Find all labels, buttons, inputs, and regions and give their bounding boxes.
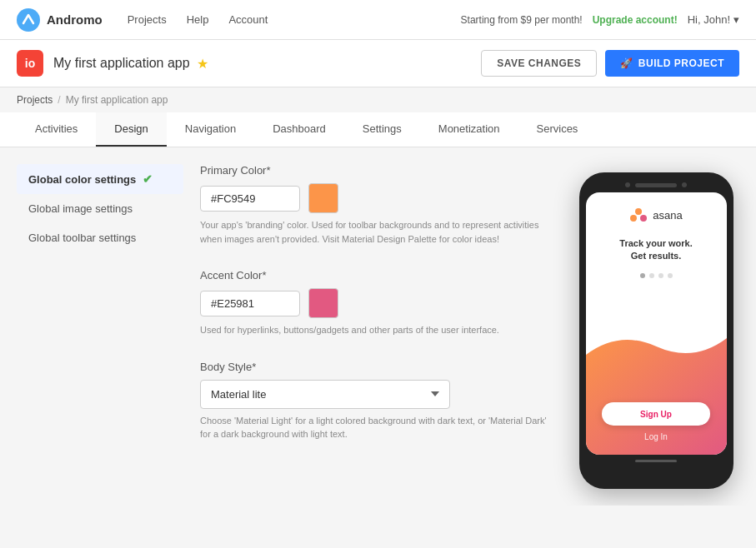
phone-logo-text: asana	[653, 209, 682, 222]
phone-screen-top: asana Track your work.Get results.	[586, 192, 727, 291]
sidebar-item-global-image[interactable]: Global image settings	[17, 194, 183, 223]
promo-text: Starting from $9 per month!	[461, 14, 583, 26]
dot-1	[640, 273, 645, 278]
breadcrumb: Projects / My first application app	[0, 87, 756, 112]
tab-settings[interactable]: Settings	[344, 112, 420, 147]
sidebar-item-label: Global image settings	[28, 202, 133, 215]
tab-design[interactable]: Design	[96, 112, 166, 147]
accent-color-input[interactable]	[200, 291, 300, 316]
phone-home-indicator	[635, 460, 677, 462]
svg-point-0	[17, 8, 40, 32]
phone-notch	[586, 182, 727, 187]
accent-color-hint: Used for hyperlinks, buttons/gadgets and…	[200, 323, 556, 337]
logo[interactable]: Andromo	[17, 8, 103, 32]
phone-signup-button: Sign Up	[602, 402, 710, 426]
nav-help[interactable]: Help	[187, 13, 209, 26]
tab-services[interactable]: Services	[518, 112, 597, 147]
chevron-down-icon: ▾	[733, 13, 739, 26]
main-content: Global color settings ✔ Global image set…	[0, 147, 756, 506]
primary-color-label: Primary Color*	[200, 164, 556, 177]
body-style-label: Body Style*	[200, 361, 556, 373]
tab-monetization[interactable]: Monetization	[420, 112, 518, 147]
breadcrumb-root[interactable]: Projects	[17, 94, 53, 106]
body-style-setting: Body Style* Material lite Material Dark …	[200, 361, 556, 441]
breadcrumb-current: My first application app	[66, 94, 168, 106]
save-changes-button[interactable]: SAVE CHANGES	[481, 50, 597, 77]
phone-wave: Sign Up Log In	[586, 321, 727, 455]
primary-color-setting: Primary Color* Your app's 'branding' col…	[200, 164, 556, 246]
upgrade-link[interactable]: Upgrade account!	[593, 14, 678, 26]
navbar: Andromo Projects Help Account Starting f…	[0, 0, 756, 40]
phone-mockup-area: asana Track your work.Get results.	[573, 164, 739, 489]
primary-color-swatch[interactable]	[308, 183, 338, 213]
sidebar: Global color settings ✔ Global image set…	[17, 164, 183, 489]
phone-login-button: Log In	[644, 432, 668, 441]
app-icon-letter: io	[25, 57, 35, 70]
sidebar-item-global-toolbar[interactable]: Global toolbar settings	[17, 223, 183, 252]
tab-dashboard[interactable]: Dashboard	[254, 112, 344, 147]
svg-point-3	[640, 215, 647, 222]
project-header: io My first application app ★ SAVE CHANG…	[0, 40, 756, 87]
rocket-icon: 🚀	[620, 57, 633, 69]
nav-account[interactable]: Account	[228, 13, 268, 26]
andromo-logo-icon	[17, 8, 40, 32]
app-title-text: My first application app	[53, 56, 190, 71]
settings-panel: Primary Color* Your app's 'branding' col…	[200, 164, 556, 489]
favorite-star-icon[interactable]: ★	[197, 56, 208, 72]
navbar-links: Projects Help Account	[128, 13, 436, 26]
navbar-right: Starting from $9 per month! Upgrade acco…	[461, 13, 739, 26]
tab-activities[interactable]: Activities	[17, 112, 96, 147]
sidebar-item-global-color[interactable]: Global color settings ✔	[17, 164, 183, 194]
app-icon: io	[17, 50, 43, 77]
accent-color-input-row	[200, 288, 556, 318]
primary-color-hint: Your app's 'branding' color. Used for to…	[200, 218, 556, 246]
dot-2	[649, 273, 654, 278]
body-style-select[interactable]: Material lite Material Dark	[200, 380, 450, 409]
phone-screen: asana Track your work.Get results.	[586, 192, 727, 455]
primary-color-input-row	[200, 183, 556, 213]
build-project-button[interactable]: 🚀 BUILD PROJECT	[605, 50, 739, 77]
phone-mockup: asana Track your work.Get results.	[579, 172, 733, 489]
phone-camera-dot	[625, 182, 630, 187]
accent-color-swatch[interactable]	[308, 288, 338, 318]
breadcrumb-separator: /	[58, 94, 60, 106]
phone-indicator-dots	[640, 273, 673, 278]
svg-point-1	[635, 208, 642, 215]
phone-sensor-dot	[682, 182, 687, 187]
app-title: My first application app ★	[53, 56, 208, 72]
build-label: BUILD PROJECT	[638, 57, 724, 69]
logo-text: Andromo	[47, 12, 103, 27]
sidebar-item-label: Global toolbar settings	[28, 232, 136, 244]
user-name: Hi, John!	[688, 13, 730, 26]
phone-app-logo: asana	[629, 206, 682, 224]
phone-bottom-buttons: Sign Up Log In	[586, 402, 727, 441]
phone-bottom-bar	[586, 460, 727, 462]
body-style-hint: Choose 'Material Light' for a light colo…	[200, 414, 556, 441]
accent-color-label: Accent Color*	[200, 269, 556, 281]
phone-tagline: Track your work.Get results.	[619, 237, 692, 263]
sidebar-item-label: Global color settings	[28, 173, 136, 186]
phone-speaker	[635, 183, 677, 187]
accent-color-setting: Accent Color* Used for hyperlinks, butto…	[200, 269, 556, 337]
user-menu[interactable]: Hi, John! ▾	[688, 13, 739, 26]
asana-logo-icon	[629, 206, 648, 224]
check-icon: ✔	[143, 172, 153, 186]
header-actions: SAVE CHANGES 🚀 BUILD PROJECT	[481, 50, 739, 77]
primary-color-input[interactable]	[200, 186, 300, 212]
dot-3	[658, 273, 663, 278]
nav-projects[interactable]: Projects	[128, 13, 167, 26]
tab-navigation[interactable]: Navigation	[167, 112, 254, 147]
svg-point-2	[630, 215, 637, 222]
dot-4	[668, 273, 673, 278]
tabs-bar: Activities Design Navigation Dashboard S…	[0, 112, 756, 147]
